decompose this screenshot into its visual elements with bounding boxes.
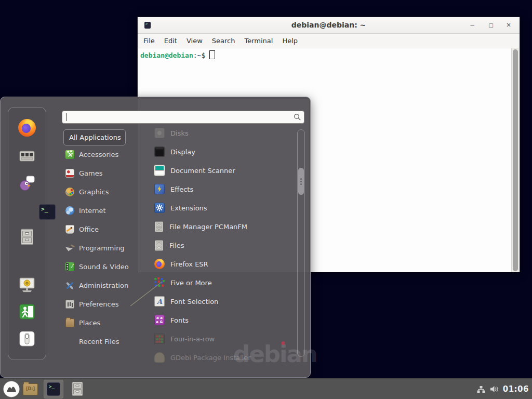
menubar-item-edit[interactable]: Edit (159, 34, 182, 48)
category-places[interactable]: Places (63, 313, 139, 332)
accessories-icon (65, 150, 74, 159)
shut-down-icon[interactable] (19, 331, 35, 347)
file-cabinet-icon (154, 221, 164, 232)
file-manager-folder-icon[interactable] (23, 383, 38, 395)
app-files[interactable]: Files (138, 236, 297, 255)
category-preferences[interactable]: Preferences (63, 295, 139, 313)
app-file-manager-pcmanfm[interactable]: File Manager PCManFM (138, 217, 297, 236)
terminal-titlebar[interactable]: debian@debian: ~ − □ × (138, 17, 520, 34)
category-label: All Applications (69, 134, 121, 141)
search-caret (66, 113, 66, 121)
menubar-item-help[interactable]: Help (277, 34, 302, 48)
app-extensions[interactable]: Extensions (138, 198, 297, 217)
firefox-icon (154, 259, 165, 269)
app-display[interactable]: Display (138, 142, 297, 161)
app-font-selection[interactable]: AFont Selection (138, 292, 297, 311)
terminal-scrollbar-thumb[interactable] (513, 49, 518, 271)
maximize-button[interactable]: □ (486, 21, 496, 30)
category-programming[interactable]: Programming (63, 238, 139, 257)
volume-icon[interactable] (489, 385, 499, 393)
category-games[interactable]: Games (63, 164, 139, 182)
office-icon (65, 225, 74, 234)
games-icon (65, 169, 74, 178)
category-internet[interactable]: Internet (63, 201, 139, 220)
app-firefox-esr[interactable]: Firefox ESR (138, 255, 297, 273)
menubar-item-terminal[interactable]: Terminal (240, 34, 277, 48)
shell-prompt: debian@debian:~$ (138, 48, 520, 59)
menubar-item-view[interactable]: View (182, 34, 207, 48)
category-list: Accessories Games Graphics Internet Offi… (63, 145, 139, 351)
category-accessories[interactable]: Accessories (63, 145, 139, 164)
category-administration[interactable]: Administration (63, 276, 139, 295)
app-disks[interactable]: Disks (138, 124, 297, 142)
search-icon (294, 113, 301, 121)
font-selection-icon: A (154, 296, 165, 307)
clock[interactable]: 01:06 (503, 384, 529, 394)
category-graphics[interactable]: Graphics (63, 182, 139, 201)
graphics-icon (65, 188, 74, 196)
app-fonts[interactable]: Fonts (138, 311, 297, 329)
terminal-cursor (209, 50, 215, 59)
four-in-a-row-icon (154, 334, 165, 344)
terminal-scrollbar[interactable] (511, 48, 519, 272)
prompt-user-host: debian@debian (140, 51, 193, 59)
app-five-or-more[interactable]: Five or More (138, 273, 297, 292)
search-input[interactable] (62, 111, 304, 124)
close-button[interactable]: × (504, 21, 513, 30)
file-cabinet-icon[interactable] (71, 381, 84, 396)
application-menu: debian (0, 97, 311, 378)
document-scanner-icon (154, 165, 165, 176)
fonts-icon (154, 315, 165, 325)
app-document-scanner[interactable]: Document Scanner (138, 161, 297, 180)
desktop: debian@debian: ~ − □ × File Edit View Se… (0, 0, 532, 399)
internet-icon (65, 206, 74, 215)
app-four-in-a-row[interactable]: Four-in-a-row (138, 329, 297, 348)
favorite-file-cabinet-icon[interactable] (20, 229, 34, 245)
app-effects[interactable]: Effects (138, 180, 297, 198)
apps-scrollbar-thumb[interactable] (298, 168, 304, 195)
menubar-item-file[interactable]: File (139, 34, 159, 48)
application-list-viewport: Disks Display Document Scanner Effects E… (138, 124, 297, 365)
network-icon[interactable] (476, 385, 486, 393)
category-recent-files[interactable]: Recent Files (63, 332, 139, 351)
menu-button-icon[interactable] (3, 380, 20, 398)
favorites-panel (8, 107, 46, 360)
five-or-more-icon (154, 277, 165, 288)
favorite-pidgin-icon[interactable] (18, 175, 36, 192)
display-icon (154, 147, 165, 157)
sound-video-icon (65, 262, 74, 271)
category-office[interactable]: Office (63, 220, 139, 238)
apps-scrollbar-track[interactable] (297, 129, 305, 357)
terminal-menubar: File Edit View Search Terminal Help (138, 34, 520, 48)
preferences-icon (65, 300, 74, 309)
window-title: debian@debian: ~ (138, 21, 520, 29)
menubar-item-search[interactable]: Search (207, 34, 240, 48)
terminal-icon (47, 382, 60, 396)
favorite-terminal-icon[interactable] (39, 204, 56, 220)
programming-icon (65, 244, 74, 252)
favorite-firefox-icon[interactable] (18, 119, 36, 137)
taskbar: 01:06 (0, 378, 532, 399)
system-tray: 01:06 (476, 379, 529, 399)
administration-icon (65, 281, 74, 290)
category-all-applications[interactable]: All Applications (63, 129, 126, 145)
places-icon (65, 318, 74, 327)
disks-icon (154, 128, 165, 138)
extensions-icon (154, 203, 165, 213)
taskbar-terminal-button[interactable] (44, 380, 63, 398)
minimize-button[interactable]: − (468, 21, 477, 30)
application-list: Disks Display Document Scanner Effects E… (138, 124, 297, 365)
file-cabinet-icon (154, 240, 164, 251)
app-gdebi-package-installer[interactable]: GDebi Package Installer (138, 348, 297, 365)
log-out-icon[interactable] (19, 303, 35, 320)
lock-screen-icon[interactable] (18, 276, 36, 294)
gdebi-icon (154, 352, 165, 363)
category-sound-video[interactable]: Sound & Video (63, 257, 139, 276)
effects-icon (154, 184, 165, 194)
favorite-software-packages-icon[interactable] (18, 148, 36, 163)
